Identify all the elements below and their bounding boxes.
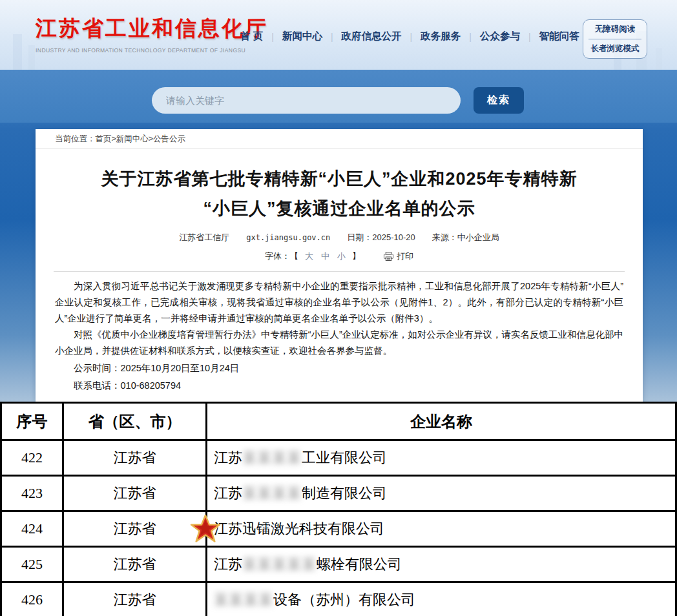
- table-row: 424江苏省 江苏迅镭激光科技有限公司: [1, 511, 676, 547]
- page-background: 检索 当前位置：首页>新闻中心>公告公示 关于江苏省第七批专精特新“小巨人”企业…: [0, 70, 677, 402]
- article-panel: 当前位置：首页>新闻中心>公告公示 关于江苏省第七批专精特新“小巨人”企业和20…: [36, 129, 643, 402]
- seq-cell: 422: [1, 440, 63, 476]
- seq-cell: 424: [1, 511, 63, 547]
- nav-item-services[interactable]: 政务服务: [421, 30, 461, 43]
- article-toolbar: 字体：【 大 中 小 】 打印: [36, 251, 643, 262]
- company-name-segment: 制造有限公司: [302, 485, 387, 501]
- article-body: 为深入贯彻习近平总书记关于激发涌现更多专精特新中小企业的重要指示批示精神，工业和…: [36, 272, 643, 394]
- nav-item-home[interactable]: 首 页: [240, 30, 263, 43]
- company-table-body: 422江苏省江苏某某某某工业有限公司423江苏省江苏某某某某制造有限公司424江…: [1, 440, 676, 616]
- print-button[interactable]: 打印: [384, 251, 413, 262]
- font-size-label: 字体：【: [265, 251, 298, 262]
- company-name-segment: 江苏: [214, 449, 242, 466]
- province-cell: 江苏省: [63, 476, 207, 511]
- search-button[interactable]: 检索: [474, 87, 524, 114]
- province-cell: 江苏省: [63, 440, 207, 476]
- province-cell: 江苏省: [63, 511, 207, 547]
- article-title-line2: “小巨人”复核通过企业名单的公示: [203, 199, 475, 218]
- site-header: 江苏省工业和信息化厅 INDUSTRY AND INFORMATION TECH…: [0, 0, 677, 70]
- contact-phone: 联系电话：010-68205794: [55, 378, 623, 394]
- table-header-row: 序号 省（区、市） 企业名称: [1, 403, 676, 440]
- company-name-segment: 江苏: [214, 556, 242, 572]
- company-name-cell: 江苏迅镭激光科技有限公司: [207, 511, 676, 547]
- article-date: 日期：2025-10-20: [347, 232, 415, 243]
- column-header-company: 企业名称: [207, 403, 676, 440]
- nav-separator: |: [331, 32, 333, 42]
- breadcrumb-path[interactable]: 首页>新闻中心>公告公示: [96, 134, 186, 143]
- seq-cell: 423: [1, 476, 63, 511]
- nav-item-participation[interactable]: 公众参与: [480, 30, 520, 43]
- company-table: 序号 省（区、市） 企业名称 422江苏省江苏某某某某工业有限公司423江苏省江…: [0, 402, 677, 616]
- article-paragraph-1: 为深入贯彻习近平总书记关于激发涌现更多专精特新中小企业的重要指示批示精神，工业和…: [55, 278, 623, 327]
- breadcrumb: 当前位置：首页>新闻中心>公告公示: [36, 129, 643, 149]
- font-size-small-button[interactable]: 小: [337, 251, 346, 262]
- nav-separator: |: [271, 32, 274, 42]
- table-row: 425江苏省江苏某某某某某螺栓有限公司: [1, 547, 676, 582]
- font-size-medium-button[interactable]: 中: [321, 251, 329, 262]
- nav-separator: |: [410, 32, 413, 42]
- red-star-icon: [190, 513, 221, 544]
- company-name-blurred-segment: 某某某某: [242, 485, 302, 501]
- main-nav: 首 页 | 新闻中心 | 政府信息公开 | 政务服务 | 公众参与 | 智能问答: [240, 30, 579, 43]
- article-origin: 来源：中小企业局: [432, 232, 499, 243]
- nav-separator: |: [528, 32, 531, 42]
- company-name-cell: 江苏某某某某制造有限公司: [207, 476, 676, 511]
- print-label: 打印: [397, 251, 413, 262]
- font-size-large-button[interactable]: 大: [305, 251, 313, 262]
- nav-item-smart-qa[interactable]: 智能问答: [539, 30, 579, 43]
- province-cell: 江苏省: [63, 547, 207, 582]
- seq-cell: 425: [1, 547, 63, 582]
- article-source-dept: 江苏省工信厅: [179, 232, 229, 243]
- site-logo-subtitle: INDUSTRY AND INFORMATION TECHNOLOGY DEPA…: [36, 47, 268, 54]
- company-name-segment: 江苏迅镭激光科技有限公司: [214, 520, 384, 537]
- elder-mode-button[interactable]: 长者浏览模式: [583, 39, 647, 58]
- site-logo[interactable]: 江苏省工业和信息化厅 INDUSTRY AND INFORMATION TECH…: [36, 14, 268, 54]
- table-row: 423江苏省江苏某某某某制造有限公司: [1, 476, 676, 511]
- company-name-cell: 江苏某某某某某螺栓有限公司: [207, 547, 676, 582]
- search-input[interactable]: [152, 87, 461, 114]
- article-title-line1: 关于江苏省第七批专精特新“小巨人”企业和2025年专精特新: [101, 169, 577, 189]
- article-paragraph-2: 对照《优质中小企业梯度培育管理暂行办法》中专精特新“小巨人”企业认定标准，如对公…: [55, 327, 623, 359]
- company-name-blurred-segment: 某某某某: [242, 449, 302, 466]
- nav-item-gov-info[interactable]: 政府信息公开: [342, 30, 402, 43]
- site-logo-title[interactable]: 江苏省工业和信息化厅: [36, 14, 268, 43]
- accessibility-reading-button[interactable]: 无障碍阅读: [583, 20, 647, 39]
- company-name-cell: 某某某某设备（苏州）有限公司: [207, 582, 676, 616]
- table-row: 426江苏省某某某某设备（苏州）有限公司: [1, 582, 676, 616]
- company-name-cell: 江苏某某某某工业有限公司: [207, 440, 676, 476]
- nav-item-news[interactable]: 新闻中心: [282, 30, 322, 43]
- province-cell: 江苏省: [63, 582, 207, 616]
- column-header-province: 省（区、市）: [63, 403, 207, 440]
- company-name-segment: 江苏: [214, 485, 242, 501]
- company-name-segment: 工业有限公司: [302, 449, 387, 466]
- article-title: 关于江苏省第七批专精特新“小巨人”企业和2025年专精特新 “小巨人”复核通过企…: [36, 164, 643, 223]
- table-row: 422江苏省江苏某某某某工业有限公司: [1, 440, 676, 476]
- seq-cell: 426: [1, 582, 63, 616]
- column-header-seq: 序号: [1, 403, 63, 440]
- article-meta: 江苏省工信厅 gxt.jiangsu.gov.cn 日期：2025-10-20 …: [36, 232, 643, 243]
- accessibility-panel: 无障碍阅读 长者浏览模式: [583, 19, 647, 59]
- font-size-label-close: 】: [352, 251, 360, 262]
- company-name-blurred-segment: 某某某某某: [242, 556, 317, 572]
- article-source-site: gxt.jiangsu.gov.cn: [246, 233, 330, 242]
- printer-icon: [384, 252, 393, 261]
- company-name-blurred-segment: 某某某某: [214, 591, 273, 608]
- breadcrumb-label: 当前位置：: [55, 134, 96, 143]
- search-band: 检索: [0, 70, 677, 123]
- publicity-period: 公示时间：2025年10月20日至10月24日: [55, 360, 623, 376]
- nav-separator: |: [469, 32, 472, 42]
- company-name-segment: 设备（苏州）有限公司: [273, 591, 415, 608]
- company-name-segment: 螺栓有限公司: [317, 556, 402, 572]
